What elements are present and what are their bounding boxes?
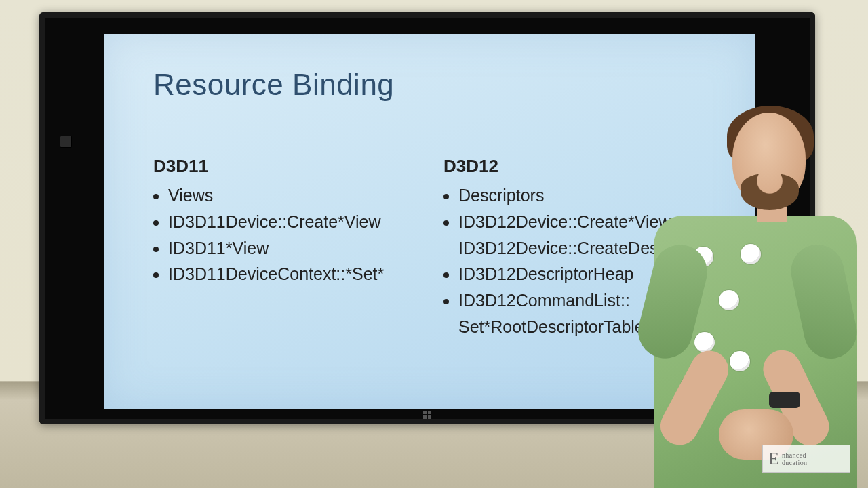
list-item: ID3D11*View xyxy=(168,235,452,262)
shirt-graphic-icon xyxy=(694,332,715,352)
list-item: ID3D11Device::Create*View xyxy=(168,209,452,235)
presenter xyxy=(654,108,844,488)
watermark-line: ducation xyxy=(782,459,808,466)
watermark-line: nhanced xyxy=(782,451,806,459)
shirt-graphic-icon xyxy=(719,290,739,310)
shirt-graphic-icon xyxy=(730,351,750,371)
list-item: Views xyxy=(168,182,452,209)
list-d3d11: Views ID3D11Device::Create*View ID3D11*V… xyxy=(153,182,452,287)
watermark-initial: E xyxy=(768,450,779,468)
wristwatch-icon xyxy=(769,392,800,408)
shirt-graphic-icon xyxy=(741,244,761,264)
list-item: ID3D11DeviceContext::*Set* xyxy=(168,261,452,287)
watermark-text: nhanced ducation xyxy=(782,451,808,466)
column-d3d11: D3D11 Views ID3D11Device::Create*View ID… xyxy=(153,156,452,287)
scene-root: Resource Binding D3D11 Views ID3D11Devic… xyxy=(0,0,868,488)
windows-logo-icon xyxy=(423,411,431,419)
bezel-button-left xyxy=(60,136,72,148)
presenter-beard xyxy=(741,174,799,210)
heading-d3d11: D3D11 xyxy=(153,156,452,177)
slide-title: Resource Binding xyxy=(153,68,394,102)
watermark-badge: E nhanced ducation xyxy=(762,445,850,473)
